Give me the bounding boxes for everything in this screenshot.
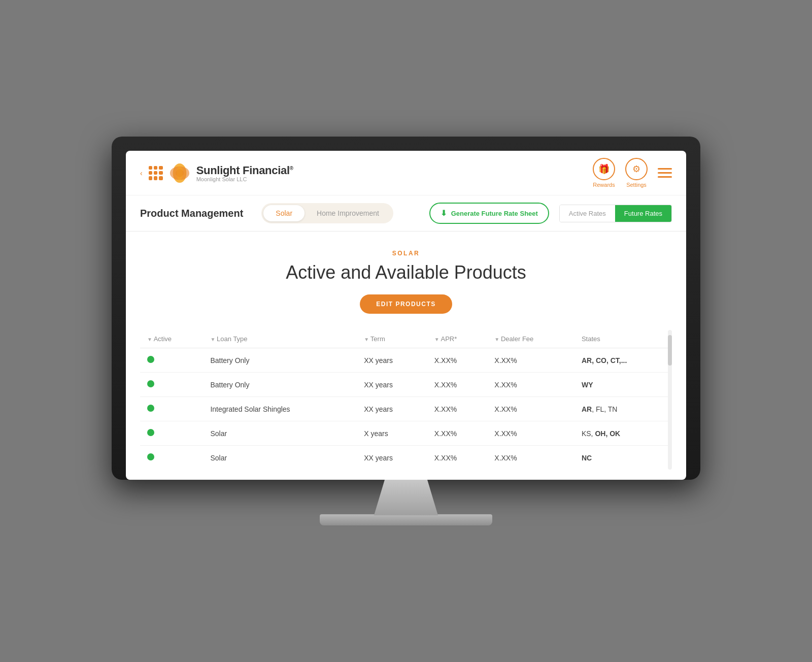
cell-states: WY <box>574 373 672 397</box>
active-dot <box>147 405 154 412</box>
cell-apr: X.XX% <box>427 446 487 470</box>
main-content: SOLAR Active and Available Products EDIT… <box>126 231 686 480</box>
settings-label: Settings <box>626 182 647 188</box>
brand-logo <box>169 162 190 184</box>
cell-loan-type: Battery Only <box>203 348 357 373</box>
active-dot <box>147 429 154 436</box>
tab-home-improvement[interactable]: Home Improvement <box>304 205 391 221</box>
header-left: ‹ Sunlight Finan <box>140 162 293 184</box>
brand-name: Sunlight Financial® <box>196 164 293 177</box>
cell-dealer-fee: X.XX% <box>487 348 574 373</box>
svg-point-3 <box>176 166 183 180</box>
products-table: ▼ Active ▼ Loan Type ▼ Term ▼ APR* <box>140 330 672 470</box>
cell-term: XX years <box>357 348 427 373</box>
products-table-wrapper: ▼ Active ▼ Loan Type ▼ Term ▼ APR* <box>140 330 672 470</box>
back-arrow-icon[interactable]: ‹ <box>140 169 143 177</box>
app-header: ‹ Sunlight Finan <box>126 151 686 195</box>
cell-dealer-fee: X.XX% <box>487 373 574 397</box>
cell-active <box>140 446 203 470</box>
col-active[interactable]: ▼ Active <box>140 330 203 348</box>
col-term[interactable]: ▼ Term <box>357 330 427 348</box>
monitor-neck <box>370 480 442 515</box>
hamburger-icon <box>658 176 672 178</box>
cell-dealer-fee: X.XX% <box>487 397 574 421</box>
table-row: Battery Only XX years X.XX% X.XX% AR, CO… <box>140 348 672 373</box>
cell-states: NC <box>574 446 672 470</box>
scrollbar-thumb[interactable] <box>668 335 672 366</box>
scrollbar-track[interactable] <box>668 330 672 470</box>
cell-states: AR, FL, TN <box>574 397 672 421</box>
cell-loan-type: Solar <box>203 421 357 446</box>
cell-term: X years <box>357 421 427 446</box>
monitor-base <box>320 480 492 525</box>
settings-button[interactable]: ⚙ Settings <box>625 158 648 188</box>
cell-dealer-fee: X.XX% <box>487 446 574 470</box>
col-apr[interactable]: ▼ APR* <box>427 330 487 348</box>
cell-active <box>140 348 203 373</box>
filter-arrow-icon: ▼ <box>364 337 370 342</box>
cell-loan-type: Battery Only <box>203 373 357 397</box>
cell-apr: X.XX% <box>427 421 487 446</box>
active-dot <box>147 356 154 363</box>
cell-term: XX years <box>357 397 427 421</box>
table-row: Battery Only XX years X.XX% X.XX% WY <box>140 373 672 397</box>
filter-arrow-icon: ▼ <box>210 337 217 342</box>
generate-rate-sheet-button[interactable]: ⬇ Generate Future Rate Sheet <box>429 203 549 224</box>
product-tab-group: Solar Home Improvement <box>261 203 393 223</box>
hamburger-icon <box>658 168 672 170</box>
cell-dealer-fee: X.XX% <box>487 421 574 446</box>
col-dealer-fee[interactable]: ▼ Dealer Fee <box>487 330 574 348</box>
edit-products-button[interactable]: EDIT PRODUCTS <box>360 294 452 314</box>
cell-loan-type: Integrated Solar Shingles <box>203 397 357 421</box>
grid-icon[interactable] <box>149 166 163 180</box>
brand-text: Sunlight Financial® Moonlight Solar LLC <box>196 164 293 182</box>
cell-apr: X.XX% <box>427 397 487 421</box>
section-title: Active and Available Products <box>140 262 672 283</box>
active-dot <box>147 453 154 460</box>
header-right: 🎁 Rewards ⚙ Settings <box>593 158 672 188</box>
rates-toggle: Active Rates Future Rates <box>559 205 672 222</box>
col-loan-type[interactable]: ▼ Loan Type <box>203 330 357 348</box>
hamburger-icon <box>658 172 672 174</box>
download-icon: ⬇ <box>441 209 447 218</box>
col-states: States <box>574 330 672 348</box>
cell-loan-type: Solar <box>203 446 357 470</box>
tab-solar[interactable]: Solar <box>263 205 304 221</box>
table-row: Integrated Solar Shingles XX years X.XX%… <box>140 397 672 421</box>
menu-button[interactable] <box>658 168 672 178</box>
page-title: Product Management <box>140 208 243 219</box>
cell-term: XX years <box>357 446 427 470</box>
cell-states: AR, CO, CT,... <box>574 348 672 373</box>
filter-arrow-icon: ▼ <box>494 337 501 342</box>
section-label: SOLAR <box>140 250 672 257</box>
cell-term: XX years <box>357 373 427 397</box>
cell-apr: X.XX% <box>427 348 487 373</box>
rewards-button[interactable]: 🎁 Rewards <box>593 158 615 188</box>
brand-sub: Moonlight Solar LLC <box>196 176 293 182</box>
cell-apr: X.XX% <box>427 373 487 397</box>
cell-active <box>140 397 203 421</box>
monitor-foot <box>320 514 492 525</box>
settings-icon: ⚙ <box>625 158 648 180</box>
cell-active <box>140 373 203 397</box>
table-row: Solar X years X.XX% X.XX% KS, OH, OK <box>140 421 672 446</box>
active-rates-button[interactable]: Active Rates <box>560 205 615 222</box>
cell-states: KS, OH, OK <box>574 421 672 446</box>
filter-arrow-icon: ▼ <box>147 337 154 342</box>
toolbar: Product Management Solar Home Improvemen… <box>126 195 686 231</box>
cell-active <box>140 421 203 446</box>
table-row: Solar XX years X.XX% X.XX% NC <box>140 446 672 470</box>
rewards-icon: 🎁 <box>593 158 615 180</box>
future-rates-button[interactable]: Future Rates <box>615 205 671 222</box>
active-dot <box>147 380 154 387</box>
filter-arrow-icon: ▼ <box>434 337 441 342</box>
rewards-label: Rewards <box>593 182 615 188</box>
